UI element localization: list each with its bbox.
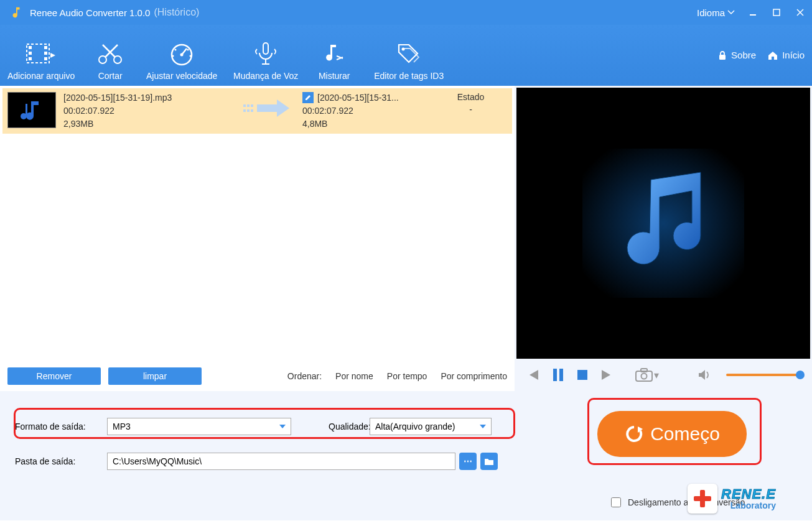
maximize-button[interactable]: [765, 0, 788, 25]
svg-rect-29: [243, 104, 246, 107]
file-list[interactable]: [2020-05-15][15-31-19].mp3 00:02:07.922 …: [0, 86, 515, 361]
prev-button[interactable]: [526, 369, 539, 381]
brand-sub: Laboratory: [721, 501, 776, 510]
svg-rect-9: [44, 52, 47, 55]
svg-point-41: [642, 374, 647, 379]
stop-button[interactable]: [577, 369, 588, 380]
file-thumbnail: [7, 92, 56, 128]
brand-name: RENE.E: [721, 487, 776, 501]
bottom-panel: Formato de saída: MP3 Qualidade: Alta(Ar…: [0, 391, 812, 520]
cut-label: Cortar: [98, 71, 123, 81]
voice-change-button[interactable]: Mudança de Voz: [225, 35, 306, 86]
edit-icon[interactable]: [302, 92, 314, 103]
dst-size: 4,8MB: [302, 118, 427, 130]
home-icon: [767, 50, 778, 60]
player-controls: ▾: [515, 359, 812, 391]
svg-rect-39: [636, 371, 652, 381]
sort-by-length[interactable]: Por comprimento: [441, 371, 507, 381]
brand-logo: RENE.E Laboratory: [688, 481, 806, 517]
start-button[interactable]: Começo: [597, 411, 747, 457]
svg-rect-7: [29, 57, 32, 60]
add-file-button[interactable]: Adicionar arquivo: [0, 35, 82, 86]
svg-point-20: [172, 55, 174, 57]
svg-line-13: [105, 45, 118, 57]
quality-combo[interactable]: Alta(Arquivo grande): [370, 418, 492, 435]
svg-rect-43: [694, 496, 711, 501]
next-button[interactable]: [600, 369, 614, 381]
svg-rect-30: [247, 104, 250, 107]
svg-rect-34: [251, 109, 253, 112]
sort-label: Ordenar:: [287, 371, 322, 381]
home-label: Início: [782, 50, 805, 60]
adjust-speed-label: Ajustar velocidade: [146, 71, 217, 81]
language-dropdown[interactable]: Idioma: [691, 7, 741, 18]
svg-rect-5: [29, 46, 32, 49]
mix-button[interactable]: Misturar: [306, 35, 362, 86]
svg-rect-33: [247, 109, 250, 112]
svg-rect-40: [641, 369, 647, 372]
remove-button[interactable]: Remover: [7, 367, 101, 385]
svg-rect-1: [773, 9, 780, 16]
titlebar: Renee Audio Converter 1.0.0 (Histórico) …: [0, 0, 812, 25]
svg-rect-38: [577, 370, 587, 380]
src-filename: [2020-05-15][15-31-19].mp3: [63, 92, 231, 104]
sort-by-name[interactable]: Por nome: [335, 371, 373, 381]
svg-rect-31: [251, 104, 253, 107]
file-actions-bar: Remover limpar Ordenar: Por nome Por tem…: [0, 361, 515, 391]
adjust-speed-button[interactable]: Ajustar velocidade: [138, 35, 225, 86]
film-add-icon: [26, 39, 57, 68]
toolbar: Adicionar arquivo Cortar Ajustar velocid…: [0, 25, 812, 86]
scissors-icon: [96, 39, 124, 68]
format-value: MP3: [113, 422, 131, 431]
format-label: Formato de saída:: [15, 422, 107, 431]
svg-point-17: [180, 53, 184, 57]
app-subtitle: (Histórico): [154, 7, 199, 18]
svg-point-18: [175, 49, 177, 51]
state-value: -: [469, 104, 472, 114]
preview-panel: ▾: [515, 86, 812, 391]
chevron-down-icon: [480, 425, 486, 428]
about-button[interactable]: Sobre: [717, 50, 756, 60]
svg-point-19: [187, 49, 189, 51]
about-label: Sobre: [731, 50, 756, 60]
svg-point-21: [190, 55, 192, 57]
open-folder-button[interactable]: [480, 453, 498, 470]
state-header: Estado: [457, 92, 485, 102]
refresh-icon: [624, 424, 644, 444]
sort-by-time[interactable]: Por tempo: [387, 371, 427, 381]
folder-icon: [484, 457, 494, 466]
brand-cross-icon: [688, 484, 717, 514]
quality-label: Qualidade:: [329, 422, 370, 431]
add-file-label: Adicionar arquivo: [7, 71, 75, 81]
dst-duration: 00:02:07.922: [302, 105, 427, 117]
tags-icon: [395, 39, 422, 68]
main-area: [2020-05-15][15-31-19].mp3 00:02:07.922 …: [0, 86, 812, 391]
volume-thumb[interactable]: [796, 371, 805, 379]
clear-button[interactable]: limpar: [108, 367, 202, 385]
svg-rect-28: [26, 104, 27, 115]
svg-rect-10: [44, 57, 47, 60]
close-button[interactable]: [788, 0, 812, 25]
voice-change-label: Mudança de Voz: [233, 71, 298, 81]
chevron-down-icon: [727, 9, 735, 16]
svg-rect-32: [243, 109, 246, 112]
svg-rect-8: [44, 46, 47, 49]
id3-editor-button[interactable]: Editor de tags ID3: [362, 35, 455, 86]
minimize-button[interactable]: [741, 0, 765, 25]
output-folder-input[interactable]: [107, 453, 455, 470]
volume-slider[interactable]: [726, 374, 801, 376]
snapshot-button[interactable]: ▾: [635, 368, 659, 382]
lock-icon: [717, 50, 727, 60]
more-button[interactable]: ⋯: [459, 453, 477, 470]
svg-rect-6: [29, 52, 32, 55]
svg-line-14: [103, 45, 115, 57]
volume-icon[interactable]: [698, 369, 711, 381]
chevron-down-icon: [279, 425, 286, 428]
home-button[interactable]: Início: [767, 50, 805, 60]
svg-rect-35: [582, 149, 744, 298]
format-combo[interactable]: MP3: [107, 418, 291, 435]
shutdown-input[interactable]: [611, 497, 621, 507]
pause-button[interactable]: [552, 368, 564, 382]
file-row[interactable]: [2020-05-15][15-31-19].mp3 00:02:07.922 …: [2, 88, 512, 134]
cut-button[interactable]: Cortar: [82, 35, 138, 86]
